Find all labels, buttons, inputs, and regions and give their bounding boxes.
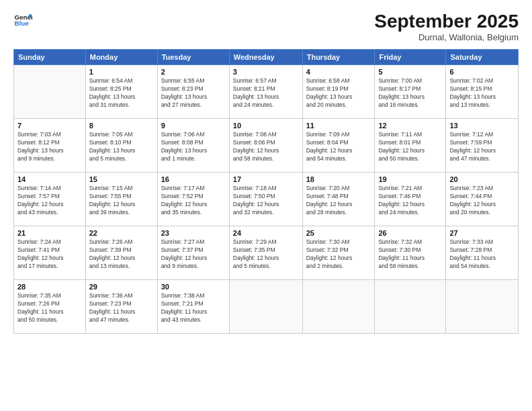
- day-info: Sunrise: 6:57 AMSunset: 8:21 PMDaylight:…: [233, 77, 299, 109]
- day-number: 9: [161, 122, 226, 130]
- logo: General Blue: [13, 11, 32, 30]
- day-number: 13: [449, 122, 515, 130]
- day-number: 15: [89, 175, 154, 183]
- day-info: Sunrise: 7:23 AMSunset: 7:44 PMDaylight:…: [449, 185, 515, 217]
- day-info: Sunrise: 7:02 AMSunset: 8:15 PMDaylight:…: [449, 77, 515, 109]
- table-row: 4Sunrise: 6:58 AMSunset: 8:19 PMDaylight…: [302, 65, 375, 119]
- day-info: Sunrise: 7:38 AMSunset: 7:21 PMDaylight:…: [161, 292, 226, 324]
- logo-icon: General Blue: [13, 11, 32, 30]
- table-row: 11Sunrise: 7:09 AMSunset: 8:04 PMDayligh…: [302, 119, 375, 173]
- table-row: 2Sunrise: 6:55 AMSunset: 8:23 PMDaylight…: [157, 65, 229, 119]
- table-row: 25Sunrise: 7:30 AMSunset: 7:32 PMDayligh…: [302, 226, 375, 280]
- calendar-page: General Blue September 2025 Durnal, Wall…: [0, 0, 532, 411]
- table-row: 20Sunrise: 7:23 AMSunset: 7:44 PMDayligh…: [446, 173, 519, 226]
- table-row: [446, 280, 519, 334]
- table-row: 10Sunrise: 7:08 AMSunset: 8:06 PMDayligh…: [229, 119, 302, 173]
- day-number: 2: [161, 68, 226, 76]
- day-info: Sunrise: 7:27 AMSunset: 7:37 PMDaylight:…: [161, 238, 226, 271]
- day-info: Sunrise: 7:26 AMSunset: 7:39 PMDaylight:…: [89, 238, 154, 271]
- day-info: Sunrise: 6:58 AMSunset: 8:19 PMDaylight:…: [306, 77, 371, 109]
- col-thursday: Thursday: [302, 50, 375, 65]
- table-row: 24Sunrise: 7:29 AMSunset: 7:35 PMDayligh…: [229, 226, 302, 280]
- day-number: 19: [378, 175, 442, 183]
- day-number: 23: [161, 229, 226, 237]
- table-row: [229, 280, 302, 334]
- title-block: September 2025 Durnal, Wallonia, Belgium: [374, 11, 519, 42]
- table-row: 29Sunrise: 7:36 AMSunset: 7:23 PMDayligh…: [85, 280, 157, 334]
- day-info: Sunrise: 7:24 AMSunset: 7:41 PMDaylight:…: [17, 238, 82, 271]
- day-number: 22: [89, 229, 154, 237]
- table-row: [302, 280, 375, 334]
- day-number: 30: [161, 283, 226, 291]
- table-row: 8Sunrise: 7:05 AMSunset: 8:10 PMDaylight…: [85, 119, 157, 173]
- table-row: [375, 280, 446, 334]
- day-number: 8: [89, 122, 154, 130]
- col-saturday: Saturday: [446, 50, 519, 65]
- day-info: Sunrise: 7:20 AMSunset: 7:48 PMDaylight:…: [306, 185, 371, 217]
- day-number: 17: [233, 175, 299, 183]
- day-number: 29: [89, 283, 154, 291]
- day-number: 11: [306, 122, 371, 130]
- table-row: 1Sunrise: 6:54 AMSunset: 8:25 PMDaylight…: [85, 65, 157, 119]
- day-info: Sunrise: 7:32 AMSunset: 7:30 PMDaylight:…: [378, 238, 442, 271]
- day-info: Sunrise: 7:35 AMSunset: 7:26 PMDaylight:…: [17, 292, 82, 324]
- table-row: 13Sunrise: 7:12 AMSunset: 7:59 PMDayligh…: [446, 119, 519, 173]
- day-info: Sunrise: 6:55 AMSunset: 8:23 PMDaylight:…: [161, 77, 226, 109]
- col-friday: Friday: [375, 50, 446, 65]
- day-number: 3: [233, 68, 299, 76]
- day-info: Sunrise: 7:09 AMSunset: 8:04 PMDaylight:…: [306, 131, 371, 163]
- day-info: Sunrise: 7:12 AMSunset: 7:59 PMDaylight:…: [449, 131, 515, 163]
- table-row: 14Sunrise: 7:14 AMSunset: 7:57 PMDayligh…: [14, 173, 86, 226]
- day-number: 7: [17, 122, 82, 130]
- month-year: September 2025: [374, 11, 519, 32]
- day-info: Sunrise: 7:30 AMSunset: 7:32 PMDaylight:…: [306, 238, 371, 271]
- day-number: 21: [17, 229, 82, 237]
- table-row: 18Sunrise: 7:20 AMSunset: 7:48 PMDayligh…: [302, 173, 375, 226]
- day-number: 5: [378, 68, 442, 76]
- day-info: Sunrise: 7:03 AMSunset: 8:12 PMDaylight:…: [17, 131, 82, 163]
- day-number: 26: [378, 229, 442, 237]
- calendar-header-row: Sunday Monday Tuesday Wednesday Thursday…: [14, 50, 519, 65]
- table-row: 15Sunrise: 7:15 AMSunset: 7:55 PMDayligh…: [85, 173, 157, 226]
- day-info: Sunrise: 7:33 AMSunset: 7:28 PMDaylight:…: [449, 238, 515, 271]
- day-number: 20: [449, 175, 515, 183]
- day-number: 14: [17, 175, 82, 183]
- table-row: 16Sunrise: 7:17 AMSunset: 7:52 PMDayligh…: [157, 173, 229, 226]
- day-number: 16: [161, 175, 226, 183]
- table-row: 17Sunrise: 7:18 AMSunset: 7:50 PMDayligh…: [229, 173, 302, 226]
- table-row: 23Sunrise: 7:27 AMSunset: 7:37 PMDayligh…: [157, 226, 229, 280]
- table-row: 5Sunrise: 7:00 AMSunset: 8:17 PMDaylight…: [375, 65, 446, 119]
- day-info: Sunrise: 7:29 AMSunset: 7:35 PMDaylight:…: [233, 238, 299, 271]
- day-info: Sunrise: 7:05 AMSunset: 8:10 PMDaylight:…: [89, 131, 154, 163]
- day-number: 28: [17, 283, 82, 291]
- day-number: 12: [378, 122, 442, 130]
- day-number: 24: [233, 229, 299, 237]
- day-number: 6: [449, 68, 515, 76]
- day-info: Sunrise: 7:00 AMSunset: 8:17 PMDaylight:…: [378, 77, 442, 109]
- location: Durnal, Wallonia, Belgium: [374, 32, 519, 42]
- table-row: 12Sunrise: 7:11 AMSunset: 8:01 PMDayligh…: [375, 119, 446, 173]
- day-number: 10: [233, 122, 299, 130]
- day-number: 25: [306, 229, 371, 237]
- day-info: Sunrise: 7:17 AMSunset: 7:52 PMDaylight:…: [161, 185, 226, 217]
- table-row: 27Sunrise: 7:33 AMSunset: 7:28 PMDayligh…: [446, 226, 519, 280]
- day-info: Sunrise: 7:06 AMSunset: 8:08 PMDaylight:…: [161, 131, 226, 163]
- day-info: Sunrise: 7:14 AMSunset: 7:57 PMDaylight:…: [17, 185, 82, 217]
- table-row: 6Sunrise: 7:02 AMSunset: 8:15 PMDaylight…: [446, 65, 519, 119]
- table-row: 3Sunrise: 6:57 AMSunset: 8:21 PMDaylight…: [229, 65, 302, 119]
- day-info: Sunrise: 7:18 AMSunset: 7:50 PMDaylight:…: [233, 185, 299, 217]
- table-row: [14, 65, 86, 119]
- col-wednesday: Wednesday: [229, 50, 302, 65]
- col-tuesday: Tuesday: [157, 50, 229, 65]
- day-info: Sunrise: 7:15 AMSunset: 7:55 PMDaylight:…: [89, 185, 154, 217]
- svg-text:Blue: Blue: [14, 19, 29, 27]
- table-row: 26Sunrise: 7:32 AMSunset: 7:30 PMDayligh…: [375, 226, 446, 280]
- calendar-table: Sunday Monday Tuesday Wednesday Thursday…: [13, 49, 519, 334]
- table-row: 7Sunrise: 7:03 AMSunset: 8:12 PMDaylight…: [14, 119, 86, 173]
- day-info: Sunrise: 7:36 AMSunset: 7:23 PMDaylight:…: [89, 292, 154, 324]
- table-row: 19Sunrise: 7:21 AMSunset: 7:46 PMDayligh…: [375, 173, 446, 226]
- table-row: 9Sunrise: 7:06 AMSunset: 8:08 PMDaylight…: [157, 119, 229, 173]
- page-header: General Blue September 2025 Durnal, Wall…: [13, 11, 519, 42]
- table-row: 22Sunrise: 7:26 AMSunset: 7:39 PMDayligh…: [85, 226, 157, 280]
- day-info: Sunrise: 7:11 AMSunset: 8:01 PMDaylight:…: [378, 131, 442, 163]
